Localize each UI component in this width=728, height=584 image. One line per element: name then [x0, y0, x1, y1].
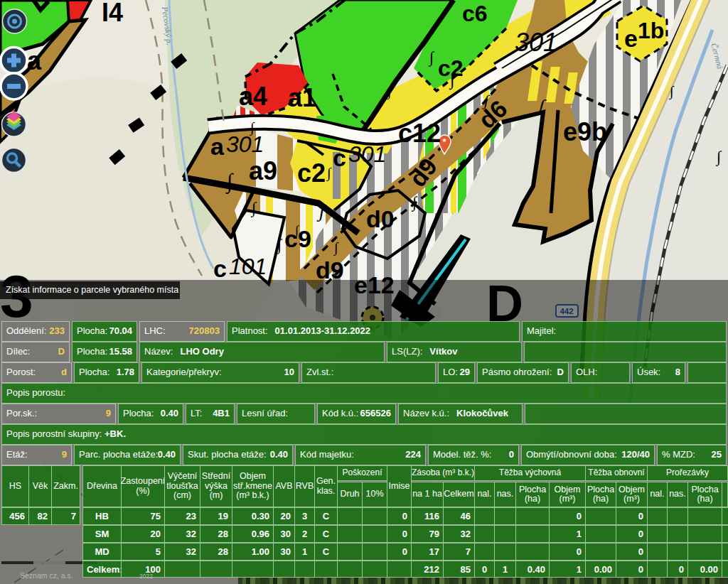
svg-text:a1: a1	[288, 83, 316, 112]
svg-text:c12: c12	[398, 119, 441, 148]
svg-text:a4: a4	[239, 82, 267, 111]
svg-text:a: a	[210, 133, 225, 160]
svg-text:301: 301	[515, 28, 557, 57]
svg-text:e9b: e9b	[563, 117, 607, 146]
svg-text:∫: ∫	[225, 169, 234, 195]
svg-text:301: 301	[226, 131, 264, 157]
svg-text:301: 301	[348, 141, 386, 167]
svg-text:c2: c2	[297, 158, 326, 188]
svg-text:c: c	[213, 255, 227, 282]
svg-text:c: c	[333, 144, 346, 171]
svg-text:c6: c6	[462, 1, 488, 26]
svg-text:d0: d0	[366, 205, 395, 232]
svg-text:a9: a9	[249, 156, 277, 185]
svg-text:c9: c9	[284, 225, 311, 252]
svg-text:I4: I4	[102, 0, 123, 27]
svg-text:c2: c2	[438, 55, 464, 81]
svg-text:101: 101	[229, 254, 267, 279]
